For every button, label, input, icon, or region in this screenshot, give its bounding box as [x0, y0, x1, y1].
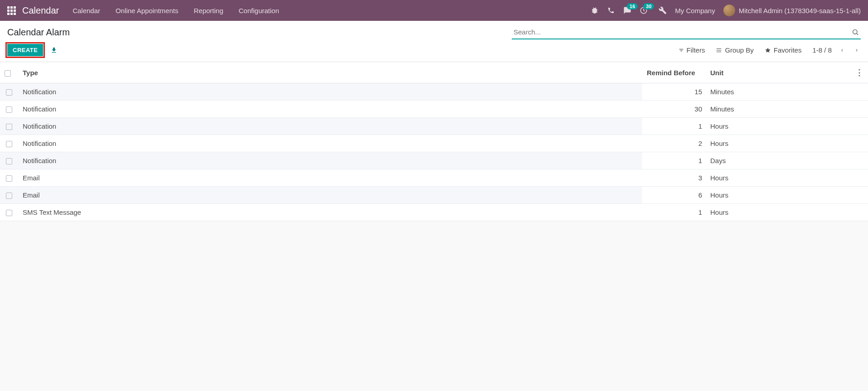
col-header-type[interactable]: Type: [18, 62, 642, 83]
row-checkbox[interactable]: [6, 141, 12, 147]
control-panel: Calendar Alarm CREATE Filters Grou: [0, 21, 868, 62]
cell-type: Email: [18, 187, 642, 204]
cell-unit: Hours: [706, 135, 851, 152]
svg-point-1: [853, 29, 857, 34]
create-button[interactable]: CREATE: [7, 44, 43, 56]
search-icon[interactable]: [850, 27, 861, 38]
table-row[interactable]: Notification 1 Days: [0, 152, 868, 169]
table-row[interactable]: Email 3 Hours: [0, 169, 868, 187]
row-checkbox[interactable]: [6, 89, 12, 96]
cell-type: Notification: [18, 101, 642, 118]
filters-button[interactable]: Filters: [679, 46, 705, 54]
cell-remind-before: 3: [642, 169, 706, 187]
cell-unit: Hours: [706, 118, 851, 135]
nav-right: 16 30 My Company Mitchell Admin (1378304…: [591, 5, 861, 16]
col-header-unit[interactable]: Unit: [706, 62, 851, 83]
cell-unit: Hours: [706, 187, 851, 204]
table-row[interactable]: Notification 1 Hours: [0, 118, 868, 135]
cell-type: Notification: [18, 118, 642, 135]
export-button[interactable]: [48, 45, 59, 56]
column-options-icon[interactable]: ⋮: [855, 68, 863, 77]
pager-text[interactable]: 1-8 / 8: [812, 46, 832, 54]
cell-type: SMS Text Message: [18, 204, 642, 221]
company-selector[interactable]: My Company: [675, 7, 715, 14]
cell-unit: Minutes: [706, 101, 851, 118]
cell-remind-before: 15: [642, 83, 706, 101]
tools-icon[interactable]: [659, 6, 667, 14]
table-row[interactable]: Email 6 Hours: [0, 187, 868, 204]
search-input[interactable]: [512, 25, 850, 39]
cell-type: Notification: [18, 83, 642, 101]
cell-unit: Hours: [706, 169, 851, 187]
row-checkbox[interactable]: [6, 210, 12, 216]
pager-prev-icon[interactable]: [838, 46, 846, 55]
groupby-button[interactable]: Group By: [716, 46, 753, 54]
list-table: Type Remind Before Unit ⋮ Notification 1…: [0, 62, 868, 221]
cell-type: Notification: [18, 152, 642, 169]
user-menu[interactable]: Mitchell Admin (13783049-saas-15-1-all): [723, 5, 861, 16]
cell-type: Email: [18, 169, 642, 187]
select-all-checkbox[interactable]: [5, 70, 11, 77]
cell-remind-before: 1: [642, 204, 706, 221]
row-checkbox[interactable]: [6, 193, 12, 199]
table-row[interactable]: SMS Text Message 1 Hours: [0, 204, 868, 221]
svg-line-2: [857, 34, 858, 35]
table-row[interactable]: Notification 15 Minutes: [0, 83, 868, 101]
app-brand[interactable]: Calendar: [22, 5, 59, 16]
activities-icon[interactable]: 30: [640, 6, 648, 14]
phone-icon[interactable]: [607, 6, 615, 14]
debug-icon[interactable]: [591, 6, 599, 14]
activities-badge: 30: [643, 3, 654, 10]
pager-next-icon[interactable]: [853, 46, 861, 55]
cell-remind-before: 1: [642, 118, 706, 135]
cell-remind-before: 1: [642, 152, 706, 169]
filters-label: Filters: [687, 46, 705, 54]
messages-badge: 16: [627, 3, 638, 10]
nav-item-calendar[interactable]: Calendar: [73, 7, 100, 14]
favorites-button[interactable]: Favorites: [765, 46, 802, 54]
col-header-remind[interactable]: Remind Before: [642, 62, 706, 83]
nav-item-online-appointments[interactable]: Online Appointments: [116, 7, 178, 14]
table-row[interactable]: Notification 2 Hours: [0, 135, 868, 152]
cell-remind-before: 6: [642, 187, 706, 204]
favorites-label: Favorites: [774, 46, 802, 54]
apps-icon[interactable]: [7, 6, 16, 15]
cell-remind-before: 30: [642, 101, 706, 118]
row-checkbox[interactable]: [6, 158, 12, 164]
row-checkbox[interactable]: [6, 175, 12, 182]
cell-unit: Minutes: [706, 83, 851, 101]
table-row[interactable]: Notification 30 Minutes: [0, 101, 868, 118]
groupby-label: Group By: [725, 46, 753, 54]
row-checkbox[interactable]: [6, 106, 12, 113]
messages-icon[interactable]: 16: [623, 6, 631, 14]
avatar: [723, 5, 735, 16]
pager: 1-8 / 8: [812, 46, 861, 55]
breadcrumb: Calendar Alarm: [7, 27, 512, 38]
cell-remind-before: 2: [642, 135, 706, 152]
nav-menu: Calendar Online Appointments Reporting C…: [73, 7, 591, 14]
user-name: Mitchell Admin (13783049-saas-15-1-all): [739, 7, 861, 14]
cell-type: Notification: [18, 135, 642, 152]
table-header-row: Type Remind Before Unit ⋮: [0, 62, 868, 83]
cell-unit: Days: [706, 152, 851, 169]
nav-item-reporting[interactable]: Reporting: [194, 7, 223, 14]
nav-item-configuration[interactable]: Configuration: [239, 7, 279, 14]
search-options: Filters Group By Favorites: [679, 46, 802, 54]
main-navbar: Calendar Calendar Online Appointments Re…: [0, 0, 868, 21]
row-checkbox[interactable]: [6, 124, 12, 130]
search-bar[interactable]: [512, 25, 861, 39]
cell-unit: Hours: [706, 204, 851, 221]
